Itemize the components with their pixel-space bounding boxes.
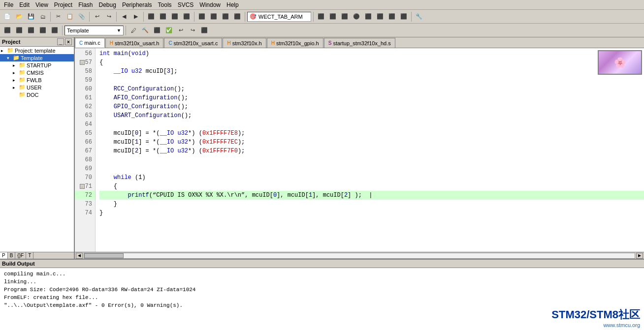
menu-peripherals[interactable]: Peripherals — [119, 0, 155, 9]
tab-usartc-label: stm32f10x_usart.c — [174, 40, 218, 46]
menu-project[interactable]: Project — [51, 0, 75, 9]
h-scroll-track[interactable] — [84, 253, 635, 259]
redo-button[interactable]: ↪ — [103, 11, 114, 22]
tb2-btn2[interactable]: ⬛ — [14, 25, 25, 36]
tb2-btn4[interactable]: ⬛ — [37, 25, 48, 36]
h-scroll-left[interactable]: ◀ — [76, 253, 83, 259]
tb-btn-17[interactable]: ⬛ — [363, 11, 374, 22]
sb-tab-project[interactable]: P — [0, 252, 8, 259]
new-button[interactable]: 📄 — [2, 11, 13, 22]
tb-btn-7[interactable]: ⬛ — [169, 11, 180, 22]
sb-tab-templates[interactable]: T — [26, 252, 33, 259]
menu-view[interactable]: View — [32, 0, 51, 9]
menu-window[interactable]: Window — [196, 0, 224, 9]
menu-tools[interactable]: Tools — [155, 0, 175, 9]
tree-template[interactable]: ▾ 📁 Template — [0, 54, 74, 61]
cmsis-folder-icon: 📁 — [19, 69, 26, 76]
tb-btn-13[interactable]: ⬛ — [316, 11, 326, 22]
tab-gpioh[interactable]: H stm32f10x_gpio.h — [267, 38, 323, 48]
tb2-btn12[interactable]: ⬛ — [199, 25, 210, 36]
menu-file[interactable]: File — [1, 0, 16, 9]
tab-mainc[interactable]: C main.c — [75, 38, 105, 48]
sidebar-min-button[interactable]: _ — [57, 38, 64, 45]
tb-btn-10[interactable]: ⬛ — [208, 11, 219, 22]
save-all-button[interactable]: 🗂 — [37, 11, 48, 22]
line-numbers: 56-5758596061626364656667686970-71727374 — [75, 48, 96, 252]
menu-help[interactable]: Help — [224, 0, 242, 9]
sidebar-close-button[interactable]: × — [65, 38, 72, 45]
h-scroll-thumb[interactable] — [84, 253, 124, 258]
sep8 — [411, 12, 412, 22]
target-selector[interactable]: 🎯 WECT_TAB_ARM — [247, 12, 311, 22]
tb-btn-19[interactable]: ⬛ — [386, 11, 397, 22]
back-button[interactable]: ◀ — [119, 11, 129, 22]
stm-logo-sub: www.stmcu.org — [551, 322, 640, 328]
tree-cmsis[interactable]: ▸ 📁 CMSIS — [0, 69, 74, 76]
code-content[interactable]: int main(void){ __IO u32 mcuID[3]; RCC_C… — [96, 48, 644, 252]
h-scrollbar[interactable]: ◀ ▶ — [75, 252, 644, 259]
tb-btn-8[interactable]: ⬛ — [181, 11, 192, 22]
menu-edit[interactable]: Edit — [16, 0, 32, 9]
tb-btn-21[interactable]: 🔧 — [414, 11, 424, 22]
sep3 — [116, 12, 117, 22]
tb2-btn10[interactable]: ↩ — [175, 25, 186, 36]
tb2-btn11[interactable]: ↪ — [187, 25, 198, 36]
tab-usartc[interactable]: C stm32f10x_usart.c — [164, 38, 222, 48]
undo-button[interactable]: ↩ — [92, 11, 102, 22]
tb-btn-14[interactable]: ⬛ — [327, 11, 338, 22]
tb-btn-9[interactable]: ⬛ — [196, 11, 207, 22]
tb2-btn7[interactable]: 🔨 — [140, 25, 151, 36]
tb-btn-20[interactable]: ⬛ — [398, 11, 409, 22]
tb-btn-16[interactable]: ⚫ — [351, 11, 362, 22]
save-button[interactable]: 💾 — [26, 11, 36, 22]
tab-stmh[interactable]: H stm32f10x.h — [223, 38, 266, 48]
tree-user[interactable]: ▸ 📁 USER — [0, 84, 74, 91]
tb-btn-12[interactable]: ⬛ — [232, 11, 243, 22]
tb2-btn1[interactable]: ⬛ — [2, 25, 13, 36]
tab-usarth-icon: H — [110, 40, 113, 46]
open-button[interactable]: 📂 — [14, 11, 25, 22]
tb-btn-11[interactable]: ⬛ — [220, 11, 231, 22]
tab-mainc-label: main.c — [84, 40, 100, 46]
expand-cmsis-icon: ▸ — [13, 70, 19, 75]
tb2-btn6[interactable]: 🖊 — [128, 25, 139, 36]
main-layout: Project _ × ▸ 📁 Project: template ▾ 📁 Te… — [0, 37, 644, 330]
menu-svcs[interactable]: SVCS — [175, 0, 197, 9]
build-output-area: Build Output compiling main.c...linking.… — [0, 259, 644, 330]
sb-tab-books[interactable]: B — [8, 252, 16, 259]
tb2-btn9[interactable]: ✅ — [163, 25, 174, 36]
tab-startup-icon: S — [328, 40, 332, 46]
tree-fwlb[interactable]: ▸ 📁 FWLB — [0, 76, 74, 84]
tab-startup[interactable]: S startup_stm32f10x_hd.s — [324, 38, 395, 48]
template-dropdown-box[interactable]: Template ▼ — [64, 26, 124, 35]
stm-logo: STM32/STM8社区 www.stmcu.org — [551, 307, 640, 328]
cut-button[interactable]: ✂ — [53, 11, 64, 22]
tree-doc[interactable]: 📁 DOC — [0, 91, 74, 98]
sb-tab-functions[interactable]: {}F — [15, 252, 26, 259]
tb-btn-18[interactable]: ⬛ — [375, 11, 386, 22]
tb-btn-15[interactable]: ⬛ — [339, 11, 350, 22]
build-output-title: Build Output — [2, 261, 35, 267]
menu-flash[interactable]: Flash — [75, 0, 96, 9]
stm-logo-main: STM32/STM8社区 — [551, 307, 640, 322]
doc-folder-icon: 📁 — [19, 91, 26, 98]
startup-label: STARTUP — [27, 62, 51, 68]
forward-button[interactable]: ▶ — [130, 11, 141, 22]
tb2-btn8[interactable]: ⬛ — [152, 25, 162, 36]
tab-usarth[interactable]: H stm32f10x_usart.h — [105, 38, 164, 48]
tb-btn-6[interactable]: ⬛ — [158, 11, 168, 22]
tree-startup[interactable]: ▸ 📁 STARTUP — [0, 61, 74, 69]
build-output-content[interactable]: compiling main.c...linking...Program Siz… — [0, 268, 644, 330]
user-folder-icon: 📁 — [19, 84, 26, 90]
tb-btn-5[interactable]: ⬛ — [146, 11, 157, 22]
dropdown-arrow-icon: ▼ — [117, 28, 121, 33]
tree-root[interactable]: ▸ 📁 Project: template — [0, 47, 74, 54]
h-scroll-right[interactable]: ▶ — [636, 253, 643, 259]
target-name: WECT_TAB_ARM — [258, 14, 303, 20]
copy-button[interactable]: 📋 — [64, 11, 75, 22]
tb2-btn5[interactable]: ⬛ — [49, 25, 60, 36]
menu-debug[interactable]: Debug — [96, 0, 119, 9]
paste-button[interactable]: 📎 — [76, 11, 87, 22]
doc-label: DOC — [27, 92, 38, 98]
tb2-btn3[interactable]: ⬛ — [26, 25, 36, 36]
